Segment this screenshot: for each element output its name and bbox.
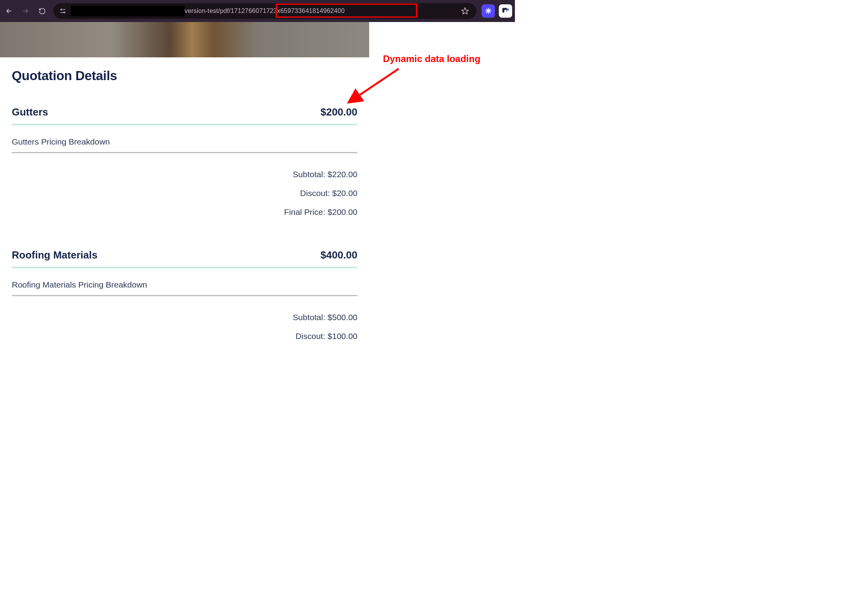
section-name: Gutters [12, 106, 48, 118]
address-bar[interactable]: version-test/pdf/1712766071723x659733641… [53, 3, 476, 19]
svg-marker-6 [462, 8, 469, 14]
hero-image [0, 22, 369, 57]
url-redacted [71, 5, 185, 16]
line-item-subtotal: Subtotal: $220.00 [12, 165, 357, 184]
forward-button[interactable] [18, 4, 33, 18]
extension-button-1[interactable]: ✳ [482, 4, 495, 18]
section-header: Roofing Materials $400.00 [12, 249, 357, 268]
quote-section-gutters: Gutters $200.00 Gutters Pricing Breakdow… [12, 106, 357, 222]
svg-point-0 [61, 9, 62, 10]
bookmark-star-icon[interactable] [459, 5, 471, 17]
section-total: $200.00 [320, 106, 357, 118]
section-total: $400.00 [320, 249, 357, 261]
line-item-discount: Discout: $20.00 [12, 184, 357, 203]
site-settings-icon[interactable] [59, 7, 67, 15]
breakdown-title: Gutters Pricing Breakdown [12, 125, 357, 153]
line-item-final: Final Price: $400.00 [12, 346, 357, 352]
line-item-final: Final Price: $200.00 [12, 203, 357, 222]
line-items: Subtotal: $220.00 Discout: $20.00 Final … [12, 153, 357, 222]
section-header: Gutters $200.00 [12, 106, 357, 125]
page-title: Quotation Details [12, 68, 357, 83]
url-visible-segment: version-test/pdf/1712766071723x659733641… [185, 7, 344, 15]
breakdown-title: Roofing Materials Pricing Breakdown [12, 268, 357, 296]
line-item-subtotal: Subtotal: $500.00 [12, 308, 357, 327]
extension-button-2[interactable] [499, 4, 512, 18]
reload-button[interactable] [35, 4, 49, 18]
page-content: Quotation Details Gutters $200.00 Gutter… [0, 57, 369, 352]
line-item-discount: Discout: $100.00 [12, 327, 357, 346]
line-items: Subtotal: $500.00 Discout: $100.00 Final… [12, 296, 357, 352]
section-name: Roofing Materials [12, 249, 97, 261]
quote-section-roofing: Roofing Materials $400.00 Roofing Materi… [12, 249, 357, 352]
asterisk-icon: ✳ [485, 6, 492, 16]
annotation-label: Dynamic data loading [383, 53, 480, 64]
back-button[interactable] [2, 4, 16, 18]
browser-toolbar: version-test/pdf/1712766071723x659733641… [0, 0, 515, 22]
svg-point-3 [64, 12, 65, 13]
